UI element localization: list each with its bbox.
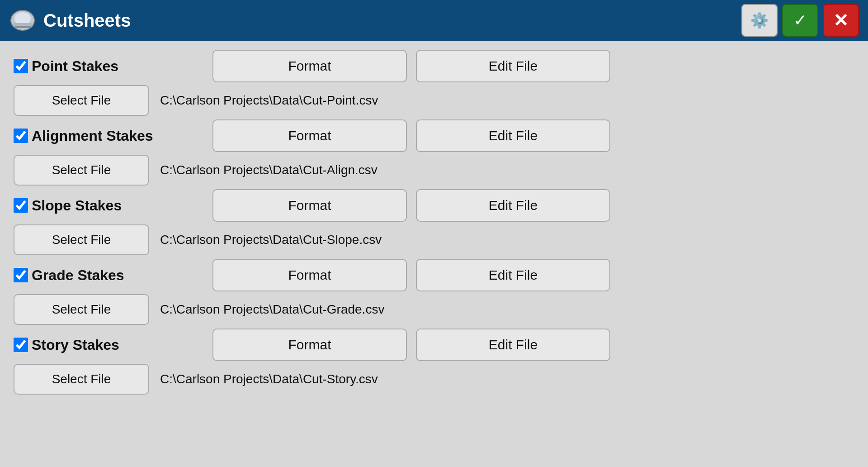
slope-stakes-section: Slope Stakes Format Edit File Select Fil…	[14, 189, 854, 255]
alignment-stakes-section: Alignment Stakes Format Edit File Select…	[14, 119, 854, 186]
grade-stakes-edit-file-button[interactable]: Edit File	[416, 259, 610, 291]
point-stakes-edit-file-button[interactable]: Edit File	[416, 50, 610, 82]
alignment-stakes-checkbox[interactable]	[14, 129, 28, 143]
svg-point-1	[14, 12, 31, 25]
grade-stakes-label[interactable]: Grade Stakes	[14, 267, 203, 284]
checkmark-icon: ✓	[793, 11, 807, 30]
point-stakes-file-path: C:\Carlson Projects\Data\Cut-Point.csv	[160, 93, 378, 108]
story-stakes-file-path: C:\Carlson Projects\Data\Cut-Story.csv	[160, 372, 378, 386]
alignment-stakes-select-file-button[interactable]: Select File	[14, 155, 149, 186]
slope-stakes-checkbox[interactable]	[14, 198, 28, 213]
ok-button[interactable]: ✓	[782, 4, 818, 37]
settings-button[interactable]: ⚙️	[741, 4, 778, 37]
settings-icon: ⚙️	[750, 12, 769, 29]
main-content: Point Stakes Format Edit File Select Fil…	[0, 41, 868, 467]
alignment-stakes-top-row: Alignment Stakes Format Edit File	[14, 119, 854, 152]
app-title: Cutsheets	[43, 10, 131, 31]
grade-stakes-file-path: C:\Carlson Projects\Data\Cut-Grade.csv	[160, 302, 384, 317]
cancel-button[interactable]: ✕	[823, 4, 859, 37]
title-left: Cutsheets	[9, 7, 131, 34]
grade-stakes-format-button[interactable]: Format	[212, 259, 407, 291]
helmet-icon	[9, 7, 36, 34]
story-stakes-select-file-button[interactable]: Select File	[14, 364, 149, 395]
slope-stakes-select-file-button[interactable]: Select File	[14, 224, 149, 255]
alignment-stakes-label[interactable]: Alignment Stakes	[14, 128, 203, 144]
slope-stakes-format-button[interactable]: Format	[212, 189, 407, 222]
alignment-stakes-format-button[interactable]: Format	[212, 119, 407, 152]
point-stakes-label[interactable]: Point Stakes	[14, 58, 203, 75]
slope-stakes-label[interactable]: Slope Stakes	[14, 197, 203, 214]
grade-stakes-top-row: Grade Stakes Format Edit File	[14, 259, 854, 291]
slope-stakes-top-row: Slope Stakes Format Edit File	[14, 189, 854, 222]
bottom-spacer	[14, 398, 854, 458]
grade-stakes-section: Grade Stakes Format Edit File Select Fil…	[14, 259, 854, 325]
grade-stakes-select-file-button[interactable]: Select File	[14, 294, 149, 325]
grade-stakes-checkbox[interactable]	[14, 268, 28, 282]
point-stakes-section: Point Stakes Format Edit File Select Fil…	[14, 50, 854, 116]
story-stakes-label[interactable]: Story Stakes	[14, 337, 203, 353]
story-stakes-section: Story Stakes Format Edit File Select Fil…	[14, 329, 854, 395]
story-stakes-checkbox[interactable]	[14, 338, 28, 352]
story-stakes-bottom-row: Select File C:\Carlson Projects\Data\Cut…	[14, 364, 854, 395]
story-stakes-format-button[interactable]: Format	[212, 329, 407, 361]
point-stakes-bottom-row: Select File C:\Carlson Projects\Data\Cut…	[14, 85, 854, 116]
story-stakes-top-row: Story Stakes Format Edit File	[14, 329, 854, 361]
title-buttons: ⚙️ ✓ ✕	[741, 4, 859, 37]
alignment-stakes-file-path: C:\Carlson Projects\Data\Cut-Align.csv	[160, 163, 377, 177]
slope-stakes-edit-file-button[interactable]: Edit File	[416, 189, 610, 222]
grade-stakes-bottom-row: Select File C:\Carlson Projects\Data\Cut…	[14, 294, 854, 325]
point-stakes-top-row: Point Stakes Format Edit File	[14, 50, 854, 82]
alignment-stakes-edit-file-button[interactable]: Edit File	[416, 119, 610, 152]
point-stakes-format-button[interactable]: Format	[212, 50, 407, 82]
svg-rect-3	[14, 26, 31, 28]
slope-stakes-file-path: C:\Carlson Projects\Data\Cut-Slope.csv	[160, 233, 382, 247]
point-stakes-select-file-button[interactable]: Select File	[14, 85, 149, 116]
slope-stakes-bottom-row: Select File C:\Carlson Projects\Data\Cut…	[14, 224, 854, 255]
title-bar: Cutsheets ⚙️ ✓ ✕	[0, 0, 868, 41]
story-stakes-edit-file-button[interactable]: Edit File	[416, 329, 610, 361]
point-stakes-checkbox[interactable]	[14, 59, 28, 73]
x-icon: ✕	[833, 10, 849, 31]
alignment-stakes-bottom-row: Select File C:\Carlson Projects\Data\Cut…	[14, 155, 854, 186]
